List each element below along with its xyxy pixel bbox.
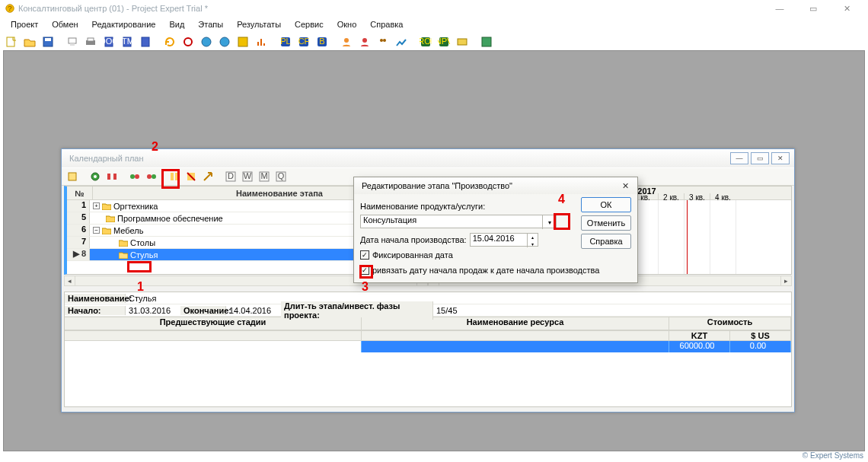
svg-text:NPV: NPV [438, 37, 450, 46]
tb-roi-icon[interactable]: ROI [417, 33, 434, 50]
tb-doc-icon[interactable]: DOC [101, 33, 117, 50]
svg-text:M: M [260, 171, 267, 180]
tb-xml-icon[interactable] [137, 33, 154, 50]
checkbox-fixed-date[interactable]: ✓ [360, 250, 369, 260]
tb-money-icon[interactable] [454, 33, 471, 50]
menu-help[interactable]: Справка [364, 18, 409, 30]
folder-icon [106, 215, 115, 222]
menu-edit[interactable]: Редактирование [86, 18, 162, 30]
menu-results[interactable]: Результаты [231, 18, 287, 30]
svg-text:CF: CF [298, 37, 310, 46]
ct-add-icon[interactable] [65, 169, 80, 184]
cw-minimize-button[interactable]: — [730, 152, 748, 164]
help-button[interactable]: Справка [581, 234, 631, 249]
svg-point-44 [152, 174, 156, 179]
val-end: 14.04.2016 [226, 306, 281, 315]
tb-save-icon[interactable] [40, 33, 56, 50]
tb-chart-icon[interactable] [253, 33, 270, 50]
checkbox-bind-date[interactable]: ✓ [360, 266, 369, 275]
ct-delete-icon[interactable] [183, 169, 199, 184]
hdr-usd: $ US [730, 331, 791, 340]
tb-user-icon[interactable] [338, 33, 355, 50]
tb-npv-icon[interactable]: NPV [436, 33, 452, 50]
folder-icon [102, 227, 111, 234]
menu-view[interactable]: Вид [163, 18, 190, 30]
lbl-start: Начало: [65, 306, 126, 315]
svg-rect-39 [107, 174, 110, 180]
tb-cf-icon[interactable]: CF [295, 33, 312, 50]
cw-maximize-button[interactable]: ▭ [751, 152, 769, 164]
val-start: 31.03.2016 [126, 306, 180, 315]
menubar: Проект Обмен Редактирование Вид Этапы Ре… [0, 17, 868, 32]
val-name: Стулья [126, 294, 159, 303]
svg-text:D: D [228, 171, 234, 180]
svg-point-42 [135, 174, 139, 179]
ct-link1-icon[interactable] [127, 169, 142, 184]
svg-point-14 [184, 38, 192, 46]
dialog-close-button[interactable]: ✕ [617, 180, 633, 192]
tb-people-icon[interactable] [375, 33, 391, 50]
resource-row[interactable]: 60000.00 0.00 [65, 341, 791, 352]
ct-gear-icon[interactable] [88, 169, 103, 184]
tb-pl-icon[interactable]: PL [277, 33, 294, 50]
dialog-production-stage: Редактирование этапа "Производство" ✕ ОК… [353, 177, 638, 283]
svg-rect-32 [458, 39, 467, 45]
ct-m-icon[interactable]: M [257, 169, 272, 184]
menu-exchange[interactable]: Обмен [46, 18, 84, 30]
folder-icon [119, 251, 128, 259]
hdr-res: Наименование ресурса [362, 317, 669, 330]
maximize-button[interactable]: ▭ [796, 0, 830, 17]
app-titlebar: ? Консалтинговый центр (01) - Project Ex… [0, 0, 868, 17]
tb-fx-icon[interactable] [235, 33, 251, 50]
cw-close-button[interactable]: ✕ [771, 152, 790, 164]
hdr-prev: Предшествующие стадии [65, 317, 362, 330]
svg-point-15 [202, 37, 211, 46]
ok-button[interactable]: ОК [581, 197, 631, 212]
tb-refresh-icon[interactable] [161, 33, 178, 50]
date-spin[interactable]: 15.04.2016 ▴▾ [470, 233, 538, 247]
tb-bs-icon[interactable]: B [314, 33, 330, 50]
svg-rect-40 [113, 174, 116, 180]
tb-open-icon[interactable] [21, 33, 38, 50]
ct-arrow-icon[interactable] [200, 169, 215, 184]
svg-point-26 [380, 39, 383, 42]
ct-d-icon[interactable]: D [223, 169, 238, 184]
dropdown-icon[interactable]: ▾ [542, 215, 556, 229]
tb-chart2-icon[interactable] [393, 33, 410, 50]
expand-icon[interactable]: + [93, 202, 100, 209]
ct-w-icon[interactable]: W [240, 169, 255, 184]
svg-rect-8 [88, 38, 94, 41]
svg-text:PL: PL [280, 37, 290, 46]
collapse-icon[interactable]: − [93, 227, 100, 234]
product-combo[interactable]: Консультация ▾ [360, 215, 557, 228]
col-num[interactable]: № [67, 186, 93, 199]
ct-q-icon[interactable]: Q [273, 169, 289, 184]
ct-link2-icon[interactable] [144, 169, 159, 184]
tb-globe2-icon[interactable] [216, 33, 233, 50]
tb-globe-icon[interactable] [198, 33, 215, 50]
folder-icon [119, 239, 128, 247]
main-toolbar: DOC HTML PL CF B ROI NPV [0, 32, 868, 52]
tb-html-icon[interactable]: HTML [119, 33, 136, 50]
tb-user2-icon[interactable] [356, 33, 373, 50]
child-window-titlebar: Календарный план — ▭ ✕ [62, 149, 794, 167]
svg-text:HTML: HTML [121, 37, 133, 46]
tb-new-icon[interactable] [3, 33, 20, 50]
tb-table-icon[interactable] [478, 33, 495, 50]
ct-stage-icon[interactable] [104, 169, 120, 184]
cancel-button[interactable]: Отменить [581, 215, 631, 231]
minimize-button[interactable]: — [763, 0, 796, 17]
menu-project[interactable]: Проект [5, 18, 44, 30]
menu-stages[interactable]: Этапы [192, 18, 229, 30]
close-button[interactable]: ✕ [830, 0, 863, 17]
tb-print-icon[interactable] [82, 33, 99, 50]
lbl-bind: ривязать дату начала продаж к дате начал… [372, 266, 599, 275]
svg-rect-6 [70, 43, 75, 46]
tb-printprev-icon[interactable] [64, 33, 81, 50]
ct-insert-icon[interactable] [167, 169, 182, 184]
menu-service[interactable]: Сервис [289, 18, 330, 30]
detail-panel: Наименование: Стулья Начало: 31.03.2016 … [64, 292, 792, 407]
menu-window[interactable]: Окно [331, 18, 363, 30]
svg-text:Q: Q [278, 171, 285, 180]
tb-gear-icon[interactable] [180, 33, 196, 50]
